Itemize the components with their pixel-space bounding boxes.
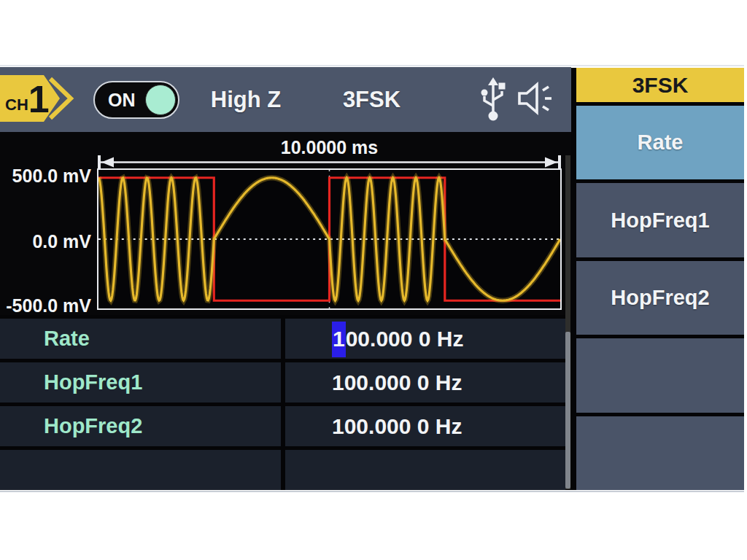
sidebar-item-rate[interactable]: Rate — [576, 106, 744, 179]
table-column-divider — [281, 315, 285, 490]
sidebar-title: 3FSK — [576, 68, 744, 102]
row-label: HopFreq2 — [44, 406, 142, 446]
top-status-bar: CH 1 ON High Z 3FSK — [0, 67, 571, 132]
y-axis-label-zero: 0.0 mV — [0, 231, 91, 252]
sidebar-item-empty-2 — [576, 416, 744, 490]
sidebar-item-hopfreq1[interactable]: HopFreq1 — [576, 183, 744, 257]
usb-icon — [478, 77, 508, 122]
speaker-icon — [515, 81, 556, 116]
value-after-cursor: 00.000 0 Hz — [346, 327, 464, 351]
output-toggle[interactable]: ON — [93, 81, 179, 119]
channel-chevron-icon — [47, 77, 77, 120]
y-axis-label-max: 500.0 mV — [0, 166, 91, 186]
scrollbar-handle[interactable] — [565, 332, 570, 489]
output-toggle-label: ON — [108, 82, 136, 117]
row-label: Rate — [44, 319, 90, 359]
time-span-arrow — [97, 155, 562, 169]
output-toggle-knob — [145, 85, 176, 115]
waveform-panel: 10.0000 ms 500.0 mV 0.0 mV -500.0 mV — [0, 132, 571, 315]
channel-prefix-label: CH — [5, 97, 28, 113]
parameter-table: Rate 100.000 0 Hz HopFreq1 100.000 0 Hz … — [0, 315, 571, 490]
row-value: 100.000 0 Hz — [332, 319, 463, 359]
row-value: 100.000 0 Hz — [332, 362, 462, 402]
sidebar-item-hopfreq2[interactable]: HopFreq2 — [576, 261, 744, 335]
device-screen: CH 1 ON High Z 3FSK — [0, 66, 744, 491]
impedance-label: High Z — [198, 67, 293, 132]
channel-badge: CH 1 — [0, 75, 76, 122]
waveform-plot — [97, 168, 562, 310]
softkey-sidebar: 3FSK Rate HopFreq1 HopFreq2 — [571, 68, 744, 490]
value-edit-cursor: 1 — [332, 322, 346, 357]
row-label: HopFreq1 — [44, 362, 142, 402]
mode-label: 3FSK — [330, 67, 414, 132]
y-axis-label-min: -500.0 mV — [0, 295, 91, 316]
sidebar-item-empty-1 — [576, 338, 744, 412]
row-value: 100.000 0 Hz — [332, 406, 462, 446]
